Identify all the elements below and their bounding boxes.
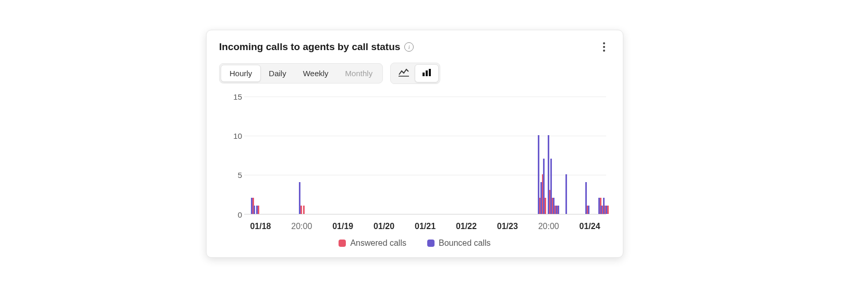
bar-chart-toggle[interactable] — [415, 64, 439, 82]
x-axis-labels: 01/1820:0001/1901/2001/2101/2201/2320:00… — [240, 222, 610, 231]
x-tick: 01/24 — [569, 222, 610, 231]
legend-answered-swatch — [339, 240, 346, 247]
bounced-bar — [558, 206, 559, 213]
x-tick: 01/23 — [487, 222, 528, 231]
info-icon[interactable]: i — [404, 42, 414, 52]
card-title: Incoming calls to agents by call status — [219, 41, 400, 53]
y-tick: 15 — [228, 92, 242, 101]
answered-bar — [303, 206, 305, 213]
answered-bar — [607, 206, 609, 213]
y-tick: 10 — [228, 131, 242, 140]
x-tick: 20:00 — [281, 222, 322, 231]
more-options-button[interactable] — [598, 41, 610, 53]
chart-area: 051015 — [219, 93, 610, 219]
granularity-hourly[interactable]: Hourly — [221, 65, 261, 82]
y-tick: 0 — [228, 210, 242, 219]
chart-plot — [244, 97, 606, 214]
x-tick: 01/22 — [445, 222, 487, 231]
answered-bar — [545, 198, 546, 213]
legend-bounced[interactable]: Bounced calls — [427, 238, 491, 248]
bounced-bar — [588, 206, 589, 213]
granularity-daily[interactable]: Daily — [260, 65, 294, 81]
y-tick: 5 — [228, 171, 242, 180]
svg-rect-3 — [429, 69, 431, 76]
grid-line — [244, 97, 606, 97]
bounced-bar — [254, 206, 255, 213]
answered-bar — [258, 206, 259, 213]
x-tick: 20:00 — [528, 222, 569, 231]
svg-rect-1 — [423, 73, 425, 76]
answered-bar — [300, 206, 302, 213]
calls-by-status-card: Incoming calls to agents by call status … — [206, 30, 623, 258]
legend-answered-label: Answered calls — [350, 238, 406, 248]
title-wrap: Incoming calls to agents by call status … — [219, 41, 414, 53]
toolbar: HourlyDailyWeeklyMonthly — [219, 63, 610, 84]
grid-line — [244, 136, 606, 136]
x-tick: 01/20 — [364, 222, 405, 231]
chart-type-segmented — [390, 63, 440, 84]
legend-answered[interactable]: Answered calls — [339, 238, 406, 248]
granularity-segmented: HourlyDailyWeeklyMonthly — [219, 63, 383, 83]
x-tick: 01/18 — [240, 222, 281, 231]
granularity-monthly: Monthly — [337, 65, 381, 81]
x-tick: 01/21 — [405, 222, 446, 231]
bar-chart-icon — [421, 68, 432, 77]
line-chart-icon — [399, 68, 409, 77]
chart-legend: Answered calls Bounced calls — [219, 238, 610, 248]
svg-rect-2 — [426, 70, 428, 76]
line-chart-toggle[interactable] — [392, 65, 415, 82]
legend-bounced-swatch — [427, 240, 435, 247]
x-tick: 01/19 — [322, 222, 364, 231]
bounced-bar — [565, 174, 567, 213]
legend-bounced-label: Bounced calls — [439, 238, 491, 248]
granularity-weekly[interactable]: Weekly — [295, 65, 337, 81]
card-header: Incoming calls to agents by call status … — [219, 41, 610, 53]
